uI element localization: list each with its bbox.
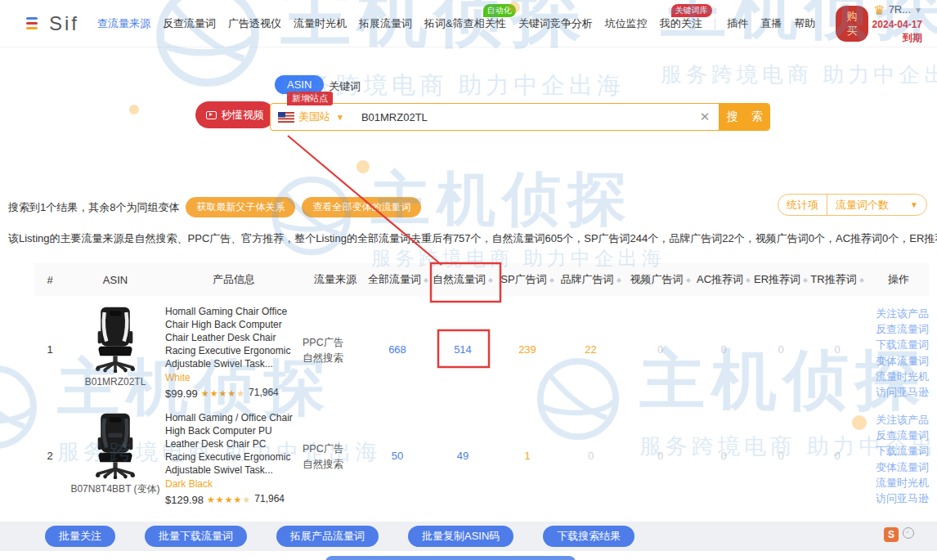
sort-icon[interactable]: [859, 276, 864, 285]
nav-item-traffic-source[interactable]: 查流量来源: [97, 16, 150, 31]
reverse-lookup-link[interactable]: 反查流量词: [865, 321, 929, 337]
batch-download-words-button[interactable]: 批量下载流量词: [145, 526, 247, 547]
hamburger-menu-icon[interactable]: [26, 17, 38, 29]
asin-label: B07N8T4BBT (变体): [65, 482, 165, 496]
product-cell: B01MRZ02TL: [65, 296, 165, 388]
reverse-lookup-link[interactable]: 反查流量词: [865, 428, 929, 443]
chevron-down-icon: ▼: [914, 5, 922, 16]
nav-item-label: 我的关注: [660, 17, 702, 29]
site-label: 美国站: [298, 110, 330, 124]
download-results-button[interactable]: 下载搜索结果: [543, 526, 634, 547]
col-ac-words[interactable]: AC推荐词: [695, 272, 752, 287]
er-words-value: 0: [752, 402, 809, 462]
video-icon: [206, 111, 217, 119]
product-image[interactable]: [89, 304, 141, 373]
nav-item-slot-monitor[interactable]: 坑位监控: [605, 16, 648, 31]
visit-amazon-link[interactable]: 访问亚马逊: [865, 384, 929, 400]
batch-follow-button[interactable]: 批量关注: [45, 526, 115, 547]
col-brand-ad-words[interactable]: 品牌广告词: [556, 272, 625, 287]
vip-crown-icon: ♛: [873, 2, 885, 20]
product-cell: B07N8T4BBT (变体): [65, 402, 165, 496]
expand-product-words-button[interactable]: 拓展产品流量词: [276, 526, 379, 547]
organic-words-value[interactable]: 514: [427, 296, 499, 356]
sort-icon[interactable]: [686, 276, 691, 285]
price: $99.99: [165, 387, 198, 401]
nav-item-help[interactable]: 帮助: [794, 16, 815, 31]
col-organic-words[interactable]: 自然流量词: [427, 272, 499, 287]
col-asin: ASIN: [65, 274, 165, 286]
price: $129.98: [165, 493, 204, 507]
col-video-ad-words[interactable]: 视频广告词: [625, 272, 695, 287]
site-selector[interactable]: 美国站 ▼: [271, 104, 352, 130]
nav-item-reverse-lookup[interactable]: 反查流量词: [163, 16, 216, 31]
organic-words-value[interactable]: 49: [427, 402, 499, 462]
product-title[interactable]: Homall Gaming Chair Office Chair High Ba…: [165, 306, 296, 371]
all-words-value[interactable]: 668: [368, 296, 427, 356]
sp-words-value[interactable]: 1: [499, 402, 556, 462]
ac-words-value: 0: [695, 402, 752, 462]
nav-item-ad-perspective[interactable]: 广告透视仪: [228, 16, 281, 31]
clear-search-icon[interactable]: ✕: [691, 104, 719, 130]
nav-item-plugin[interactable]: 插件: [727, 16, 748, 31]
automation-badge: 自动化: [483, 4, 516, 17]
tab-keyword[interactable]: 关键词: [329, 79, 361, 94]
sort-icon[interactable]: [616, 276, 621, 285]
batch-action-bar: 批量关注 批量下载流量词 拓展产品流量词 批量复制ASIN码 下载搜索结果: [0, 522, 937, 551]
product-image[interactable]: [89, 410, 141, 479]
visit-amazon-link[interactable]: 访问亚马逊: [865, 491, 929, 506]
view-all-variants-button[interactable]: 查看全部变体的流量词: [302, 197, 421, 217]
nav-item-keyword-competition[interactable]: 关键词竞争分析: [518, 16, 593, 31]
nav-item-live[interactable]: 直播: [760, 16, 782, 31]
table-row: 1 B01MRZ02TL: [34, 296, 929, 402]
get-parent-child-button[interactable]: 获取最新父子体关系: [186, 197, 295, 217]
row-index: 2: [34, 402, 65, 462]
variant-words-link[interactable]: 变体流量词: [865, 459, 929, 475]
listing-description: 该Listing的主要流量来源是自然搜索、PPC广告、官方推荐，整个Listin…: [8, 231, 937, 246]
nav-item-expand-words[interactable]: 拓展流量词: [359, 16, 412, 31]
col-actions: 操作: [865, 272, 929, 287]
buy-button[interactable]: 购买: [836, 6, 868, 42]
product-title[interactable]: Homall Gaming / Office Chair High Back C…: [165, 412, 296, 477]
floating-widgets: S: [884, 527, 914, 542]
brand-words-value[interactable]: 22: [556, 296, 625, 356]
nav-item-my-follow[interactable]: 我的关注 关键词库: [660, 16, 702, 31]
sort-icon[interactable]: [803, 276, 808, 285]
tr-words-value: 0: [809, 402, 865, 462]
variant-name: White: [165, 372, 296, 385]
nav-item-traffic-time-machine[interactable]: 流量时光机: [294, 16, 347, 31]
col-tr-words[interactable]: TR推荐词: [809, 272, 865, 287]
sort-icon[interactable]: [746, 276, 751, 285]
search-button[interactable]: 搜 索: [719, 104, 769, 130]
col-er-words[interactable]: ER推荐词: [752, 272, 809, 287]
stat-value: 流量词个数: [836, 198, 889, 213]
user-account[interactable]: ♛ 7R... ▼ 2024-04-17到期: [868, 2, 922, 45]
video-words-value: 0: [625, 402, 695, 462]
stat-selector[interactable]: 统计项 流量词个数 ▼: [778, 194, 927, 216]
all-words-value[interactable]: 50: [368, 402, 427, 462]
batch-copy-asin-button[interactable]: 批量复制ASIN码: [408, 526, 513, 547]
customer-service-icon[interactable]: S: [884, 527, 899, 542]
download-words-link[interactable]: 下载流量词: [865, 337, 929, 352]
follow-product-link[interactable]: 关注该产品: [865, 306, 929, 321]
username: 7R...: [889, 3, 911, 17]
review-count: 71,964: [254, 493, 285, 506]
er-words-value: 0: [752, 296, 809, 356]
sort-icon[interactable]: [549, 276, 554, 285]
row-index: 1: [34, 296, 65, 356]
brand-words-value: 0: [556, 402, 625, 462]
quick-video-button[interactable]: 秒懂视频: [195, 101, 275, 128]
variant-words-link[interactable]: 变体流量词: [865, 353, 929, 369]
nav-item-word-relevance[interactable]: 拓词&筛查相关性 自动化: [424, 16, 506, 31]
contact-person-icon[interactable]: [903, 527, 914, 539]
nav-item-label: 拓词&筛查相关性: [424, 17, 506, 29]
follow-product-link[interactable]: 关注该产品: [865, 412, 929, 428]
col-traffic-source: 流量来源: [303, 272, 368, 287]
col-all-words[interactable]: 全部流量词: [368, 272, 427, 287]
time-machine-link[interactable]: 流量时光机: [865, 369, 929, 384]
sp-words-value[interactable]: 239: [499, 296, 556, 356]
search-input[interactable]: [352, 104, 691, 130]
time-machine-link[interactable]: 流量时光机: [865, 475, 929, 491]
col-sp-ad-words[interactable]: SP广告词: [499, 272, 556, 287]
download-words-link[interactable]: 下载流量词: [865, 443, 929, 459]
sort-icon[interactable]: [488, 276, 493, 285]
